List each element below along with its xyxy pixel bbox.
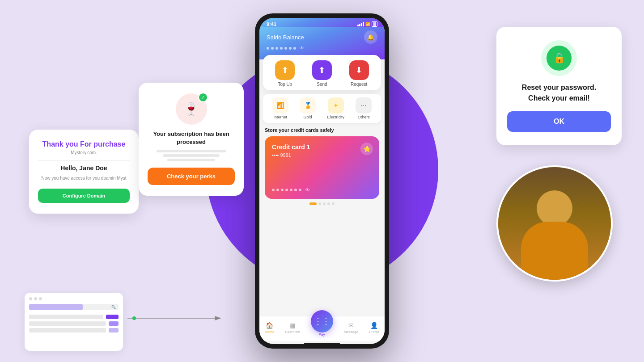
thankyou-greeting: Hello, Jane Doe <box>38 164 130 172</box>
sub-line-3 <box>167 159 215 161</box>
card-section-title: Store your credit cards safely <box>265 127 379 133</box>
dot-5 <box>284 47 287 50</box>
dot-7 <box>293 47 296 50</box>
status-time: 9:41 <box>267 21 276 27</box>
card-dot-3 <box>281 189 284 191</box>
wf-dot-3 <box>39 297 42 300</box>
wf-accent-3 <box>109 328 119 333</box>
cashflow-icon: ▦ <box>289 322 295 329</box>
send-label: Send <box>317 82 327 87</box>
card-dot-7 <box>299 189 301 191</box>
page-dot-5 <box>332 202 335 205</box>
action-topup[interactable]: ⬆ Top Up <box>275 60 295 87</box>
others-icon: ⋯ <box>356 97 372 114</box>
wf-search-icon: 🔍 <box>111 305 116 309</box>
nav-message[interactable]: ✉ Message <box>344 322 358 334</box>
dot-4 <box>280 47 283 50</box>
arrow-connector <box>127 314 226 323</box>
balance-title: Saldo Balance <box>267 34 304 41</box>
wf-accent-1 <box>106 315 119 319</box>
topup-icon: ⬆ <box>275 60 295 80</box>
request-label: Request <box>351 82 367 87</box>
wf-window-dots <box>29 297 119 300</box>
page-dot-active <box>309 202 317 205</box>
card-eye-icon[interactable]: 👁 <box>305 187 310 193</box>
signal-bar-2 <box>359 24 360 26</box>
message-icon: ✉ <box>348 322 354 329</box>
notification-bell[interactable]: 🔔 <box>364 30 377 44</box>
service-electricity[interactable]: ✦ Electricity <box>327 97 344 119</box>
card-title: Credit card 1 <box>272 143 372 151</box>
gold-icon: 🏅 <box>300 97 316 114</box>
wf-row-1 <box>29 315 119 319</box>
wf-dot-1 <box>29 297 32 300</box>
check-badge: ✓ <box>198 93 208 102</box>
wf-row-2 <box>29 321 119 326</box>
eye-icon[interactable]: 👁 <box>300 46 304 51</box>
wf-line-3 <box>29 328 106 333</box>
reset-icon-wrap: 🔒 <box>541 40 577 76</box>
wf-url-bar: 🔍 <box>29 304 119 310</box>
status-bar: 9:41 📶 ▓ <box>259 18 385 27</box>
pay-grid-icon: ⋮⋮ <box>314 316 330 326</box>
card-dot-1 <box>272 189 275 191</box>
person-photo <box>496 165 613 282</box>
status-icons: 📶 ▓ <box>357 21 377 27</box>
credit-card[interactable]: Credit card 1 •••• 9991 ⭐ 👁 <box>265 136 379 199</box>
card-pagination <box>265 202 379 205</box>
action-send[interactable]: ⬆ Send <box>312 60 332 87</box>
page-dot-2 <box>318 202 321 205</box>
thankyou-card: Thank you For purchase Mystory.com. Hell… <box>29 130 139 214</box>
sub-line-1 <box>157 150 226 152</box>
configure-domain-button[interactable]: Configure Domain <box>38 189 130 203</box>
topup-label: Top Up <box>278 82 292 87</box>
send-icon: ⬆ <box>312 60 332 80</box>
service-row: 📶 Internet 🏅 Gold ✦ Electricity ⋯ Others <box>263 94 381 123</box>
person-body <box>521 222 588 280</box>
gold-label: Gold <box>304 115 312 119</box>
phone-screen: 9:41 📶 ▓ Saldo Balance 🔔 <box>259 18 385 344</box>
dot-6 <box>289 47 292 50</box>
wf-line-1 <box>29 315 103 319</box>
nav-pay-button[interactable]: ⋮⋮ <box>311 310 333 333</box>
dot-2 <box>271 47 274 50</box>
svg-marker-1 <box>215 316 221 320</box>
card-star-icon: ⭐ <box>360 143 373 155</box>
reset-subtitle: Check your email! <box>507 94 611 102</box>
request-icon: ⬇ <box>349 60 369 80</box>
thankyou-title: Thank you For purchase <box>38 140 130 148</box>
internet-label: Internet <box>273 115 287 119</box>
nav-pay-container: ⋮⋮ Pay <box>311 319 333 337</box>
nav-cashflow[interactable]: ▦ Cashflow <box>285 322 300 334</box>
subscription-icon-wrap: 🍷 ✓ <box>176 93 207 125</box>
action-request[interactable]: ⬇ Request <box>349 60 369 87</box>
nav-pay-label: Pay <box>319 333 325 337</box>
wireframe-card: 🔍 <box>25 293 123 351</box>
service-internet[interactable]: 📶 Internet <box>272 97 288 119</box>
service-gold[interactable]: 🏅 Gold <box>300 97 316 119</box>
subscription-placeholder-lines <box>148 150 235 161</box>
bottom-nav: 🏠 Home ▦ Cashflow ⋮⋮ Pay ✉ Message <box>259 316 385 341</box>
sub-line-2 <box>163 154 220 157</box>
subscription-card: 🍷 ✓ Your subscription has been processed… <box>139 83 244 196</box>
nav-home-label: Home <box>265 330 274 334</box>
check-perks-button[interactable]: Check your perks <box>148 168 235 185</box>
wf-line-2 <box>29 321 106 326</box>
balance-dots: 👁 <box>267 46 377 51</box>
nav-home[interactable]: 🏠 Home <box>265 322 274 334</box>
nav-message-label: Message <box>344 330 358 334</box>
battery-icon: ▓ <box>372 21 377 27</box>
nav-profile[interactable]: 👤 Profile <box>369 322 379 334</box>
electricity-label: Electricity <box>327 115 344 119</box>
service-others[interactable]: ⋯ Others <box>356 97 372 119</box>
svg-point-2 <box>132 316 136 320</box>
wifi-icon: 📶 <box>365 22 370 26</box>
reset-password-card: 🔒 Reset your password. Check your email!… <box>496 27 622 145</box>
phone-frame: 9:41 📶 ▓ Saldo Balance 🔔 <box>255 13 389 349</box>
others-label: Others <box>358 115 370 119</box>
signal-bar-3 <box>361 23 362 26</box>
subscription-title: Your subscription has been processed <box>148 130 235 146</box>
card-section: Store your credit cards safely Credit ca… <box>259 123 385 316</box>
signal-bar-4 <box>363 22 364 26</box>
ok-button[interactable]: OK <box>507 111 611 132</box>
